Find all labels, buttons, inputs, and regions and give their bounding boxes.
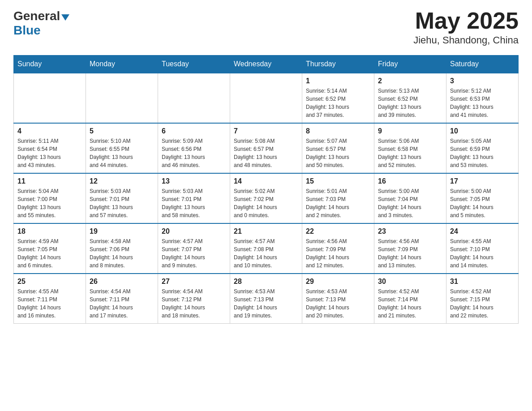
day-number: 23: [378, 227, 442, 235]
day-info: Sunrise: 5:10 AM Sunset: 6:55 PM Dayligh…: [90, 137, 154, 169]
week-row-5: 25Sunrise: 4:55 AM Sunset: 7:11 PM Dayli…: [14, 274, 519, 324]
calendar-cell: 8Sunrise: 5:07 AM Sunset: 6:57 PM Daylig…: [302, 123, 374, 173]
calendar-cell: 30Sunrise: 4:52 AM Sunset: 7:14 PM Dayli…: [374, 274, 446, 324]
day-number: 7: [234, 127, 298, 135]
calendar-cell: 12Sunrise: 5:03 AM Sunset: 7:01 PM Dayli…: [86, 173, 158, 223]
calendar-title: May 2025: [413, 9, 519, 32]
logo-top-row: General: [13, 9, 69, 23]
calendar-cell: 18Sunrise: 4:59 AM Sunset: 7:05 PM Dayli…: [14, 223, 86, 274]
day-info: Sunrise: 4:53 AM Sunset: 7:13 PM Dayligh…: [306, 287, 370, 320]
day-info: Sunrise: 5:01 AM Sunset: 7:03 PM Dayligh…: [306, 187, 370, 219]
calendar-cell: 4Sunrise: 5:11 AM Sunset: 6:54 PM Daylig…: [14, 123, 86, 173]
day-info: Sunrise: 5:05 AM Sunset: 6:59 PM Dayligh…: [450, 137, 515, 169]
day-info: Sunrise: 5:06 AM Sunset: 6:58 PM Dayligh…: [378, 137, 442, 169]
calendar-cell: 15Sunrise: 5:01 AM Sunset: 7:03 PM Dayli…: [302, 173, 374, 223]
day-number: 28: [234, 278, 298, 286]
column-header-sunday: Sunday: [14, 56, 86, 73]
day-number: 19: [90, 227, 154, 235]
calendar-cell: 27Sunrise: 4:54 AM Sunset: 7:12 PM Dayli…: [158, 274, 230, 324]
day-info: Sunrise: 4:57 AM Sunset: 7:08 PM Dayligh…: [234, 237, 298, 270]
day-number: 21: [234, 227, 298, 235]
day-info: Sunrise: 5:08 AM Sunset: 6:57 PM Dayligh…: [234, 137, 298, 169]
day-number: 16: [378, 177, 442, 185]
day-info: Sunrise: 5:02 AM Sunset: 7:02 PM Dayligh…: [234, 187, 298, 219]
calendar-cell: 2Sunrise: 5:13 AM Sunset: 6:52 PM Daylig…: [374, 73, 446, 123]
calendar-cell: 19Sunrise: 4:58 AM Sunset: 7:06 PM Dayli…: [86, 223, 158, 274]
day-number: 20: [162, 227, 226, 235]
calendar-cell: [86, 73, 158, 123]
calendar-table: SundayMondayTuesdayWednesdayThursdayFrid…: [13, 55, 519, 324]
day-number: 1: [306, 77, 370, 85]
day-number: 6: [162, 127, 226, 135]
day-number: 13: [162, 177, 226, 185]
day-number: 12: [90, 177, 154, 185]
day-info: Sunrise: 5:12 AM Sunset: 6:53 PM Dayligh…: [450, 87, 515, 119]
day-info: Sunrise: 5:00 AM Sunset: 7:04 PM Dayligh…: [378, 187, 442, 219]
day-number: 11: [17, 177, 82, 185]
week-row-4: 18Sunrise: 4:59 AM Sunset: 7:05 PM Dayli…: [14, 223, 519, 274]
calendar-cell: 21Sunrise: 4:57 AM Sunset: 7:08 PM Dayli…: [230, 223, 302, 274]
logo-triangle-icon: [61, 14, 69, 21]
calendar-cell: 26Sunrise: 4:54 AM Sunset: 7:11 PM Dayli…: [86, 274, 158, 324]
calendar-cell: 14Sunrise: 5:02 AM Sunset: 7:02 PM Dayli…: [230, 173, 302, 223]
column-header-tuesday: Tuesday: [158, 56, 230, 73]
calendar-cell: 13Sunrise: 5:03 AM Sunset: 7:01 PM Dayli…: [158, 173, 230, 223]
day-number: 27: [162, 278, 226, 286]
calendar-cell: 20Sunrise: 4:57 AM Sunset: 7:07 PM Dayli…: [158, 223, 230, 274]
logo-general-text: General: [13, 9, 60, 23]
calendar-cell: 23Sunrise: 4:56 AM Sunset: 7:09 PM Dayli…: [374, 223, 446, 274]
calendar-cell: 9Sunrise: 5:06 AM Sunset: 6:58 PM Daylig…: [374, 123, 446, 173]
calendar-cell: 16Sunrise: 5:00 AM Sunset: 7:04 PM Dayli…: [374, 173, 446, 223]
day-info: Sunrise: 4:52 AM Sunset: 7:15 PM Dayligh…: [450, 287, 515, 320]
day-info: Sunrise: 4:54 AM Sunset: 7:11 PM Dayligh…: [90, 287, 154, 320]
calendar-cell: 10Sunrise: 5:05 AM Sunset: 6:59 PM Dayli…: [446, 123, 519, 173]
day-info: Sunrise: 5:04 AM Sunset: 7:00 PM Dayligh…: [17, 187, 82, 219]
column-header-monday: Monday: [86, 56, 158, 73]
day-number: 18: [17, 227, 82, 235]
calendar-cell: [158, 73, 230, 123]
day-info: Sunrise: 4:55 AM Sunset: 7:11 PM Dayligh…: [17, 287, 82, 320]
week-row-3: 11Sunrise: 5:04 AM Sunset: 7:00 PM Dayli…: [14, 173, 519, 223]
day-info: Sunrise: 5:00 AM Sunset: 7:05 PM Dayligh…: [450, 187, 515, 219]
day-number: 4: [17, 127, 82, 135]
week-row-1: 1Sunrise: 5:14 AM Sunset: 6:52 PM Daylig…: [14, 73, 519, 123]
day-number: 25: [17, 278, 82, 286]
calendar-cell: 25Sunrise: 4:55 AM Sunset: 7:11 PM Dayli…: [14, 274, 86, 324]
calendar-cell: 7Sunrise: 5:08 AM Sunset: 6:57 PM Daylig…: [230, 123, 302, 173]
day-number: 5: [90, 127, 154, 135]
day-info: Sunrise: 5:03 AM Sunset: 7:01 PM Dayligh…: [90, 187, 154, 219]
day-number: 22: [306, 227, 370, 235]
day-number: 9: [378, 127, 442, 135]
day-info: Sunrise: 4:57 AM Sunset: 7:07 PM Dayligh…: [162, 237, 226, 270]
column-header-thursday: Thursday: [302, 56, 374, 73]
day-info: Sunrise: 4:55 AM Sunset: 7:10 PM Dayligh…: [450, 237, 515, 270]
calendar-cell: [14, 73, 86, 123]
calendar-cell: 6Sunrise: 5:09 AM Sunset: 6:56 PM Daylig…: [158, 123, 230, 173]
day-info: Sunrise: 4:56 AM Sunset: 7:09 PM Dayligh…: [378, 237, 442, 270]
day-number: 29: [306, 278, 370, 286]
logo: General Blue: [13, 9, 69, 38]
day-number: 14: [234, 177, 298, 185]
day-info: Sunrise: 5:03 AM Sunset: 7:01 PM Dayligh…: [162, 187, 226, 219]
calendar-cell: 29Sunrise: 4:53 AM Sunset: 7:13 PM Dayli…: [302, 274, 374, 324]
day-info: Sunrise: 4:59 AM Sunset: 7:05 PM Dayligh…: [17, 237, 82, 270]
day-info: Sunrise: 5:13 AM Sunset: 6:52 PM Dayligh…: [378, 87, 442, 119]
day-info: Sunrise: 4:58 AM Sunset: 7:06 PM Dayligh…: [90, 237, 154, 270]
calendar-cell: 11Sunrise: 5:04 AM Sunset: 7:00 PM Dayli…: [14, 173, 86, 223]
day-info: Sunrise: 4:53 AM Sunset: 7:13 PM Dayligh…: [234, 287, 298, 320]
day-number: 8: [306, 127, 370, 135]
page-header: General Blue May 2025 Jiehu, Shandong, C…: [13, 9, 519, 46]
column-header-friday: Friday: [374, 56, 446, 73]
calendar-cell: 22Sunrise: 4:56 AM Sunset: 7:09 PM Dayli…: [302, 223, 374, 274]
week-row-2: 4Sunrise: 5:11 AM Sunset: 6:54 PM Daylig…: [14, 123, 519, 173]
day-number: 3: [450, 77, 515, 85]
calendar-cell: 5Sunrise: 5:10 AM Sunset: 6:55 PM Daylig…: [86, 123, 158, 173]
calendar-header-row: SundayMondayTuesdayWednesdayThursdayFrid…: [14, 56, 519, 73]
calendar-cell: 28Sunrise: 4:53 AM Sunset: 7:13 PM Dayli…: [230, 274, 302, 324]
day-number: 15: [306, 177, 370, 185]
calendar-cell: 1Sunrise: 5:14 AM Sunset: 6:52 PM Daylig…: [302, 73, 374, 123]
calendar-cell: 3Sunrise: 5:12 AM Sunset: 6:53 PM Daylig…: [446, 73, 519, 123]
logo-bottom-row: Blue: [13, 23, 41, 38]
title-block: May 2025 Jiehu, Shandong, China: [413, 9, 519, 46]
day-number: 10: [450, 127, 515, 135]
